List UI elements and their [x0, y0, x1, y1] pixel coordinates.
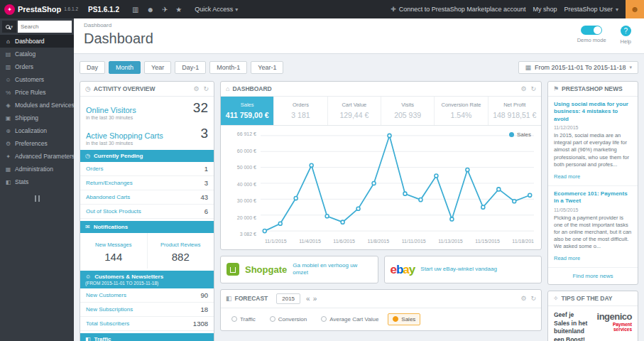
prestashop-logo[interactable]: PrestaShop 1.6.1.2	[4, 4, 78, 15]
date-filter-button[interactable]: Day-1	[175, 61, 206, 74]
forecast-metric-toggle[interactable]: Average Cart Value	[316, 313, 383, 325]
shopgate-promo[interactable]: Shopgate Ga mobiel en verhoog uw omzet	[220, 256, 378, 283]
forecast-metric-toggle[interactable]: Conversion	[265, 313, 312, 325]
sidebar-item-icon	[5, 102, 11, 109]
customers-row: Total Subscribers 1308	[80, 317, 214, 331]
customers-link[interactable]: Total Subscribers	[86, 320, 129, 327]
news-title-link[interactable]: Ecommerce 101: Payments in a Tweet	[554, 190, 632, 205]
customers-row: New Subscriptions 18	[80, 303, 214, 317]
sidebar-item-label: Shipping	[15, 114, 38, 121]
forecast-metric-toggle[interactable]: Sales	[388, 313, 420, 325]
brand-version: 1.6.1.2	[64, 6, 78, 11]
sidebar-item[interactable]: Customers	[0, 73, 74, 86]
date-filter-button[interactable]: Month	[109, 61, 141, 74]
news-title-link[interactable]: Using social media for your business: 4 …	[554, 101, 632, 123]
user-menu[interactable]: PrestaShop User	[564, 6, 618, 13]
stat-box[interactable]: Conversion Rate 1.54%	[434, 97, 487, 125]
panel-title: PRESTASHOP NEWS	[562, 85, 623, 92]
sidebar-item[interactable]: Administration	[0, 163, 74, 175]
forecast-year-select[interactable]: 2015	[276, 293, 300, 304]
stat-box[interactable]: Orders 3 181	[273, 97, 327, 125]
date-filter-button[interactable]: Year-1	[251, 61, 283, 74]
topbar-quick-icon[interactable]	[175, 6, 182, 13]
refresh-icon[interactable]	[530, 295, 536, 302]
stat-label: Conversion Rate	[436, 102, 486, 108]
y-axis-label: 60 000 €	[228, 148, 256, 153]
refresh-icon[interactable]	[530, 85, 536, 92]
search-input[interactable]	[18, 21, 72, 33]
pending-link[interactable]: Abandoned Carts	[86, 194, 130, 200]
pending-row: Return/Exchanges 3	[80, 176, 214, 190]
sidebar-item-label: Preferences	[15, 140, 48, 147]
date-range-picker[interactable]: From 2015-11-01 To 2015-11-18	[518, 61, 638, 74]
active-carts-link[interactable]: Active Shopping Carts	[86, 131, 163, 140]
pending-link[interactable]: Out of Stock Products	[86, 208, 141, 215]
read-more-link[interactable]: Read more	[554, 173, 580, 180]
sidebar-item[interactable]: Orders	[0, 60, 74, 73]
sidebar-item[interactable]: Stats	[0, 175, 74, 188]
my-shop-link[interactable]: My shop	[533, 6, 557, 13]
topbar-quick-icon[interactable]	[132, 6, 138, 13]
date-filter-button[interactable]: Year	[144, 61, 171, 74]
pending-value: 43	[200, 193, 208, 201]
customers-link[interactable]: New Subscriptions	[86, 306, 133, 313]
customers-link[interactable]: New Customers	[86, 292, 126, 298]
gear-icon[interactable]	[193, 85, 199, 92]
next-year-button[interactable]	[313, 295, 317, 303]
sidebar-item[interactable]: Localization	[0, 124, 74, 137]
sidebar-item-icon	[5, 90, 11, 96]
sidebar-item[interactable]: Preferences	[0, 137, 74, 150]
stat-box[interactable]: Visits 205 939	[381, 97, 434, 125]
forecast-metric-toggle[interactable]: Traffic	[227, 313, 261, 325]
sidebar-item[interactable]: Advanced Parameters	[0, 150, 74, 163]
gear-icon[interactable]	[520, 85, 526, 92]
marketplace-link[interactable]: Connect to PrestaShop Marketplace accoun…	[391, 6, 525, 13]
sidebar-item-label: Advanced Parameters	[15, 153, 74, 160]
read-more-link[interactable]: Read more	[554, 255, 580, 261]
find-more-news-link[interactable]: Find more news	[548, 268, 638, 284]
sidebar-item[interactable]: Catalog	[0, 48, 74, 60]
sidebar-item[interactable]: Modules and Services	[0, 99, 74, 112]
sidebar-item-label: Localization	[15, 127, 47, 134]
avatar[interactable]	[626, 0, 644, 18]
stat-label: Sales	[222, 102, 272, 108]
gear-icon[interactable]	[520, 295, 526, 302]
news-body: Picking a payment provider is one of the…	[554, 215, 632, 251]
online-visitors-link[interactable]: Online Visitors	[86, 106, 136, 114]
demo-mode-toggle[interactable]	[581, 26, 602, 35]
mail-icon	[85, 224, 90, 230]
stat-box[interactable]: Sales 411 759,00 €	[221, 97, 273, 125]
plug-icon	[391, 6, 396, 13]
sales-chart-svg	[261, 131, 534, 237]
prev-year-button[interactable]	[306, 295, 310, 303]
y-axis-label: 20 000 €	[228, 215, 256, 220]
pending-link[interactable]: Orders	[86, 166, 103, 172]
metric-label: Average Cart Value	[329, 316, 378, 323]
help-icon[interactable]	[621, 26, 631, 36]
y-axis-label: 40 000 €	[228, 182, 256, 187]
notification-cell[interactable]: New Messages 144	[80, 233, 147, 269]
shopgate-link[interactable]: Ga mobiel en verhoog uw omzet	[293, 262, 371, 277]
sidebar-item[interactable]: Shipping	[0, 112, 74, 124]
quick-access-menu[interactable]: Quick Access	[195, 6, 238, 13]
date-filter-button[interactable]: Day	[80, 61, 105, 74]
sidebar-item[interactable]: Dashboard	[0, 35, 74, 48]
ebay-promo[interactable]: ebay Start uw eBay-winkel vandaag	[384, 256, 542, 283]
stat-box[interactable]: Cart Value 129,44 €	[327, 97, 381, 125]
topbar-quick-icon[interactable]	[146, 6, 154, 13]
sidebar-item-icon	[5, 38, 11, 45]
date-filter-button[interactable]: Month-1	[209, 61, 247, 74]
sidebar-item[interactable]: Price Rules	[0, 86, 74, 99]
ebay-link[interactable]: Start uw eBay-winkel vandaag	[420, 266, 497, 273]
sidebar-collapse-button[interactable]	[32, 195, 42, 202]
refresh-icon[interactable]	[203, 85, 209, 92]
date-range-label: From 2015-11-01 To 2015-11-18	[535, 64, 626, 71]
topbar-quick-icon[interactable]	[162, 6, 168, 13]
stat-box[interactable]: Net Profit 148 918,51 €	[488, 97, 541, 125]
forecast-panel: FORECAST 2015	[220, 289, 542, 331]
pending-link[interactable]: Return/Exchanges	[86, 180, 133, 186]
notification-cell[interactable]: Product Reviews 882	[147, 233, 214, 269]
notification-link[interactable]: Product Reviews	[160, 242, 200, 248]
notification-link[interactable]: New Messages	[95, 242, 131, 248]
search-type-button[interactable]	[2, 21, 16, 33]
